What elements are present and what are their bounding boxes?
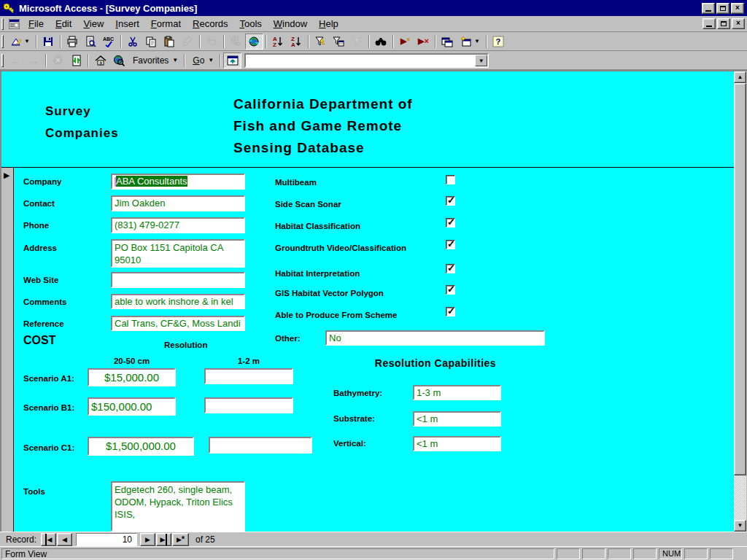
insert-hyperlink-button[interactable]	[227, 34, 245, 50]
print-button[interactable]	[63, 34, 82, 50]
scenario-b1-cost-field[interactable]: $150,000.00	[88, 397, 176, 416]
stop-button[interactable]	[49, 52, 67, 69]
window-title: Microsoft Access - [Survey Companies]	[19, 3, 700, 14]
apply-filter-button[interactable]	[348, 34, 366, 50]
svg-text:ABC: ABC	[103, 36, 114, 42]
bathymetry-field[interactable]: 1-3 m	[413, 385, 501, 400]
print-preview-button[interactable]	[82, 34, 100, 50]
copy-icon	[145, 36, 157, 47]
previous-record-button[interactable]: ◀	[57, 533, 72, 546]
website-field[interactable]	[111, 272, 245, 288]
status-panel-3	[608, 548, 631, 559]
form-system-icon[interactable]	[9, 19, 20, 29]
spelling-button[interactable]: ABC	[100, 34, 118, 50]
menu-format[interactable]: Format	[145, 17, 187, 31]
new-record-button[interactable]: ▶*	[396, 34, 414, 50]
find-button[interactable]	[372, 34, 390, 50]
menu-edit[interactable]: Edit	[50, 17, 77, 31]
address-input[interactable]	[246, 55, 475, 66]
toolbar-grip[interactable]	[1, 35, 4, 48]
scroll-down-button[interactable]: ▼	[734, 520, 746, 532]
next-record-button[interactable]: ▶	[140, 533, 155, 546]
comments-field[interactable]: able to work inshore & in kel	[111, 294, 245, 309]
paste-button[interactable]	[160, 34, 179, 50]
save-button[interactable]	[39, 34, 58, 50]
tools-field[interactable]: Edgetech 260, single beam, ODOM, Hypack,…	[111, 481, 245, 532]
scrollbar-thumb[interactable]	[734, 83, 746, 475]
refresh-button[interactable]	[67, 52, 85, 69]
go-button[interactable]: Go ▼	[187, 52, 217, 69]
record-number-input[interactable]: 10	[76, 533, 137, 546]
phone-field[interactable]: (831) 479-0277	[111, 217, 245, 233]
first-record-button[interactable]: ◀	[41, 533, 56, 546]
side-scan-sonar-checkbox[interactable]	[446, 196, 455, 206]
title-bar: Microsoft Access - [Survey Companies] ×	[0, 0, 747, 16]
sort-ascending-button[interactable]: AZ	[269, 34, 287, 50]
view-button[interactable]: ▼	[7, 34, 34, 50]
close-button[interactable]: ×	[731, 3, 744, 14]
menu-help[interactable]: Help	[313, 17, 344, 31]
multibeam-checkbox[interactable]	[446, 175, 455, 184]
search-web-icon	[113, 55, 125, 66]
scenario-b1-label: Scenario B1:	[23, 403, 74, 412]
new-record-nav-button[interactable]: ▶*	[172, 533, 189, 546]
menu-file[interactable]: File	[23, 17, 50, 31]
habitat-interpretation-checkbox[interactable]	[446, 264, 455, 273]
scenario-a1-cost-field[interactable]: $15,000.00	[88, 368, 176, 386]
scenario-b1-res-field[interactable]	[204, 397, 293, 413]
copy-button[interactable]	[142, 34, 160, 50]
minimize-button[interactable]	[702, 3, 715, 14]
other-field[interactable]: No	[325, 330, 545, 346]
menu-insert[interactable]: Insert	[109, 17, 145, 31]
substrate-field[interactable]: <1 m	[413, 411, 501, 427]
database-window-button[interactable]	[438, 34, 457, 50]
last-record-button[interactable]: ▶	[156, 533, 171, 546]
cost-title: COST	[23, 334, 55, 347]
able-to-produce-checkbox[interactable]	[446, 307, 455, 316]
cut-button[interactable]	[124, 34, 142, 50]
start-page-button[interactable]	[91, 52, 109, 69]
menu-records[interactable]: Records	[187, 17, 233, 31]
scenario-c1-res-field[interactable]	[209, 437, 312, 454]
mdi-restore-button[interactable]	[717, 18, 730, 29]
help-button[interactable]: ?	[489, 34, 508, 50]
scroll-up-button[interactable]: ▲	[734, 71, 746, 83]
undo-button[interactable]	[203, 34, 221, 50]
new-object-button[interactable]: ▼	[457, 34, 484, 50]
show-web-toolbar-button[interactable]	[223, 52, 241, 69]
web-toolbar-button[interactable]	[245, 34, 263, 50]
gis-habitat-vector-checkbox[interactable]	[446, 285, 455, 295]
delete-record-button[interactable]: ▶×	[414, 34, 433, 50]
company-field[interactable]: ABA Consultants	[111, 174, 245, 190]
menubar-grip[interactable]	[1, 18, 4, 30]
web-toolbar-grip[interactable]	[1, 54, 4, 67]
restore-button[interactable]	[716, 3, 729, 14]
company-label: Company	[23, 177, 61, 186]
menu-window[interactable]: Window	[268, 17, 313, 31]
menu-view[interactable]: View	[77, 17, 109, 31]
contact-field[interactable]: Jim Oakden	[111, 195, 245, 211]
forward-button[interactable]: →	[25, 52, 43, 69]
favorites-button[interactable]: Favorites ▼	[128, 52, 182, 69]
filter-by-selection-button[interactable]	[311, 34, 330, 50]
vertical-field[interactable]: <1 m	[413, 436, 501, 451]
mdi-minimize-button[interactable]	[703, 18, 716, 29]
record-selector-bar[interactable]: ▶	[1, 168, 14, 532]
sort-descending-button[interactable]: ZA	[287, 34, 306, 50]
first-record-icon: ◀	[45, 534, 53, 545]
back-button[interactable]: ←	[7, 52, 25, 69]
address-field[interactable]: PO Box 1151 Capitola CA 95010	[111, 239, 245, 268]
habitat-classification-checkbox[interactable]	[446, 218, 455, 228]
vertical-scrollbar[interactable]: ▲ ▼	[734, 71, 746, 532]
reference-field[interactable]: Cal Trans, CF&G, Moss Landi	[111, 316, 245, 331]
groundtruth-video-checkbox[interactable]	[446, 240, 455, 249]
search-web-button[interactable]	[109, 52, 128, 69]
mdi-close-button[interactable]: ×	[732, 18, 745, 29]
filter-by-form-button[interactable]	[330, 34, 348, 50]
format-painter-button[interactable]	[179, 34, 197, 50]
scenario-a1-res-field[interactable]	[204, 368, 293, 384]
address-dropdown-button[interactable]: ▼	[475, 55, 487, 66]
home-icon	[95, 55, 107, 66]
scenario-c1-cost-field[interactable]: $1,500,000.00	[88, 437, 194, 456]
menu-tools[interactable]: Tools	[233, 17, 267, 31]
